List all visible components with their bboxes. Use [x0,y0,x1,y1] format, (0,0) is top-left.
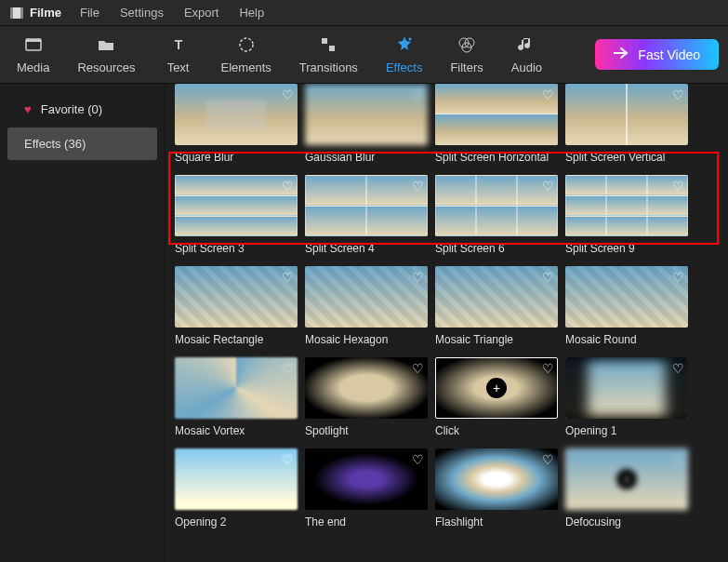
tool-effects-label: Effects [386,60,423,74]
toolbar: MediaResourcesTTextElementsTransitionsEf… [0,26,728,84]
favorite-icon[interactable]: ♡ [542,452,554,467]
sidebar-favorite-label: Favorite (0) [41,102,102,116]
tool-resources-label: Resources [77,60,135,74]
add-effect-icon[interactable]: + [486,378,507,398]
effect-cell: ♡Mosaic Round [565,266,688,346]
effect-cell: ♡Gaussian Blur [305,84,428,164]
add-effect-icon[interactable]: + [616,469,637,489]
transitions-icon [318,34,338,55]
favorite-icon[interactable]: ♡ [282,87,294,102]
effect-thumb[interactable]: ♡ [175,266,298,328]
filters-icon [457,34,477,55]
effect-label: Mosaic Triangle [435,333,558,346]
media-icon [23,34,44,55]
effect-label: Split Screen Horizontal [435,151,558,164]
effect-thumb[interactable]: ♡ [175,448,298,510]
effect-thumb[interactable]: ♡ [435,266,558,328]
sidebar-item-favorite[interactable]: ♥ Favorite (0) [7,93,157,126]
effect-thumb[interactable]: ♡ [175,175,298,236]
tool-media[interactable]: Media [9,31,57,78]
effect-thumb[interactable]: ♡ [565,357,688,419]
tool-filters[interactable]: Filters [443,31,490,78]
favorite-icon[interactable]: ♡ [412,270,424,285]
favorite-icon[interactable]: ♡ [542,87,554,102]
tool-text[interactable]: TText [156,31,201,78]
effect-cell: ♡Flashlight [435,448,558,529]
sidebar: ♥ Favorite (0) Effects (36) [0,84,165,562]
effect-label: Split Screen 3 [175,242,298,255]
favorite-icon[interactable]: ♡ [542,361,554,376]
effect-label: Mosaic Vortex [175,424,298,437]
favorite-icon[interactable]: ♡ [412,87,424,102]
favorite-icon[interactable]: ♡ [542,179,554,194]
effect-thumb[interactable]: ♡ [175,84,298,145]
svg-rect-2 [20,7,23,19]
effect-thumb[interactable]: ♡ [305,84,428,145]
film-icon [9,6,24,20]
effect-thumb[interactable]: ♡+ [435,357,558,419]
app-logo: Filme [9,6,61,20]
effect-cell: ♡Split Screen 4 [305,175,428,255]
elements-icon [236,34,257,55]
effect-label: The end [305,515,428,529]
effect-thumb[interactable]: ♡ [305,357,428,419]
effect-thumb[interactable]: ♡ [565,266,688,328]
sidebar-item-effects[interactable]: Effects (36) [7,127,157,160]
favorite-icon[interactable]: ♡ [672,452,684,467]
tool-audio-label: Audio [511,60,542,74]
effect-thumb[interactable]: ♡ [175,357,298,419]
effect-label: Mosaic Hexagon [305,333,428,346]
menu-export[interactable]: Export [184,6,219,20]
main-menu: FileSettingsExportHelp [80,6,264,20]
effect-label: Split Screen Vertical [565,151,688,164]
favorite-icon[interactable]: ♡ [282,179,294,194]
effects-panel: ♡Square Blur♡Gaussian Blur♡Split Screen … [165,84,728,562]
effect-thumb[interactable]: ♡ [305,448,428,510]
favorite-icon[interactable]: ♡ [412,179,424,194]
svg-point-6 [240,38,253,51]
menu-file[interactable]: File [80,6,99,20]
effect-label: Square Blur [175,151,298,164]
favorite-icon[interactable]: ♡ [672,87,684,102]
favorite-icon[interactable]: ♡ [412,452,424,467]
svg-text:T: T [174,37,182,52]
effect-label: Mosaic Rectangle [175,333,298,346]
tool-audio[interactable]: Audio [504,31,549,78]
effect-thumb[interactable]: ♡ [435,448,558,510]
tool-transitions[interactable]: Transitions [292,31,365,78]
tool-text-label: Text [167,60,190,74]
tool-resources[interactable]: Resources [70,31,142,78]
effect-thumb[interactable]: ♡ [565,84,688,145]
titlebar: Filme FileSettingsExportHelp [0,0,728,26]
effect-cell: ♡Split Screen Horizontal [435,84,558,164]
sidebar-effects-label: Effects (36) [24,137,86,151]
effect-cell: ♡+Defocusing [565,448,688,529]
effect-thumb[interactable]: ♡ [565,175,688,236]
effect-cell: ♡Spotlight [305,357,428,437]
effect-cell: ♡Opening 1 [565,357,688,437]
effect-thumb[interactable]: ♡ [435,84,558,145]
favorite-icon[interactable]: ♡ [282,452,294,467]
favorite-icon[interactable]: ♡ [672,179,684,194]
effect-label: Flashlight [435,515,558,529]
tool-effects[interactable]: Effects [378,31,430,78]
favorite-icon[interactable]: ♡ [282,361,294,376]
favorite-icon[interactable]: ♡ [672,270,684,285]
favorite-icon[interactable]: ♡ [412,361,424,376]
tool-elements[interactable]: Elements [214,31,279,78]
effect-cell: ♡Split Screen 9 [565,175,688,255]
effect-cell: ♡Opening 2 [175,448,298,529]
favorite-icon[interactable]: ♡ [542,270,554,285]
effect-thumb[interactable]: ♡ [305,266,428,328]
favorite-icon[interactable]: ♡ [672,361,684,376]
effect-thumb[interactable]: ♡ [435,175,558,236]
fast-video-button[interactable]: Fast Video [595,39,719,70]
effect-thumb[interactable]: ♡+ [565,448,688,510]
menu-settings[interactable]: Settings [120,6,164,20]
favorite-icon[interactable]: ♡ [282,270,294,285]
menu-help[interactable]: Help [239,6,264,20]
effect-label: Split Screen 4 [305,242,428,255]
effect-cell: ♡Mosaic Triangle [435,266,558,346]
effect-thumb[interactable]: ♡ [305,175,428,236]
tool-elements-label: Elements [221,60,271,74]
